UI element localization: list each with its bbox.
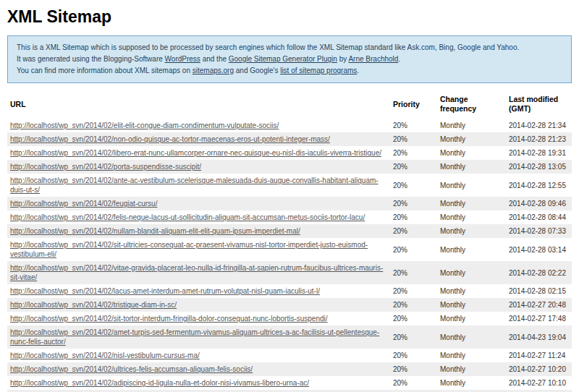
list-of-sitemap-programs-link[interactable]: list of sitemap programs: [280, 67, 357, 74]
priority-value: 20%: [390, 210, 437, 224]
info-line-3: You can find more information about XML …: [17, 65, 562, 77]
priority-value: 20%: [390, 325, 437, 349]
priority-value: 20%: [390, 376, 437, 390]
sitemap-url-link[interactable]: http://localhost/wp_svn/2014/02/nullam-b…: [10, 227, 300, 235]
column-header-change-frequency: Change frequency: [437, 89, 506, 119]
change-frequency-value: Monthly: [437, 197, 506, 210]
priority-value: 20%: [390, 349, 437, 362]
sitemap-url-link[interactable]: http://localhost/wp_svn/2014/02/feugiat-…: [10, 200, 157, 208]
last-modified-value: 2014-02-28 12:55: [506, 174, 572, 197]
table-row: http://localhost/wp_svn/2014/02/lacus-am…: [7, 284, 572, 298]
last-modified-value: 2014-02-28 13:05: [506, 160, 572, 174]
change-frequency-value: Monthly: [437, 261, 506, 284]
change-frequency-value: Monthly: [437, 349, 506, 362]
info-line-3-text: and Google's: [234, 67, 280, 74]
last-modified-value: 2014-02-28 19:31: [506, 146, 572, 160]
table-row: http://localhost/wp_svn/2014/02/felis-ne…: [7, 210, 572, 224]
change-frequency-value: Monthly: [437, 160, 506, 174]
column-header-last-modified: Last modified (GMT): [506, 89, 572, 119]
priority-value: 20%: [390, 362, 437, 376]
table-row: http://localhost/wp_svn/2014/02/ante-ac-…: [7, 174, 572, 197]
table-row: http://localhost/wp_svn/2014/02/elit-eli…: [7, 119, 572, 132]
change-frequency-value: Monthly: [437, 174, 506, 197]
arne-brachhold-link[interactable]: Arne Brachhold: [348, 55, 398, 63]
table-row: http://localhost/wp_svn/2014/02/sit-ultr…: [7, 238, 572, 261]
sitemap-page: XML Sitemap This is a XML Sitemap which …: [0, 0, 579, 392]
change-frequency-value: Monthly: [437, 298, 506, 312]
table-row: http://localhost/wp_svn/2014/02/vitae-gr…: [7, 261, 572, 284]
sitemap-url-link[interactable]: http://localhost/wp_svn/2014/02/porta-su…: [10, 163, 201, 171]
last-modified-value: 2014-02-27 17:48: [506, 312, 572, 325]
info-line-2-text: and the: [200, 55, 229, 63]
priority-value: 20%: [390, 224, 437, 238]
change-frequency-value: Monthly: [437, 238, 506, 261]
google-sitemap-generator-plugin-link[interactable]: Google Sitemap Generator Plugin: [229, 55, 337, 63]
priority-value: 20%: [390, 160, 437, 174]
last-modified-value: 2014-02-27 10:20: [506, 362, 572, 376]
last-modified-value: 2014-02-28 07:33: [506, 224, 572, 238]
sitemap-url-link[interactable]: http://localhost/wp_svn/2014/02/ultrices…: [10, 365, 253, 373]
info-line-1: This is a XML Sitemap which is supposed …: [17, 42, 562, 54]
sitemap-info-box: This is a XML Sitemap which is supposed …: [7, 35, 572, 83]
sitemap-url-link[interactable]: http://localhost/wp_svn/2014/02/ante-ac-…: [10, 176, 379, 194]
last-modified-value: 2014-02-28 09:46: [506, 197, 572, 210]
change-frequency-value: Monthly: [437, 146, 506, 160]
last-modified-value: 2014-02-28 08:44: [506, 210, 572, 224]
table-row: http://localhost/wp_svn/2014/02/libero-e…: [7, 146, 572, 160]
priority-value: 20%: [390, 284, 437, 298]
change-frequency-value: Monthly: [437, 312, 506, 325]
sitemap-url-link[interactable]: http://localhost/wp_svn/2014/02/amet-tur…: [10, 328, 379, 346]
last-modified-value: 2014-02-28 02:22: [506, 261, 572, 284]
sitemap-url-link[interactable]: http://localhost/wp_svn/2014/02/tristiqu…: [10, 301, 177, 309]
table-row: http://localhost/wp_svn/2014/02/amet-tur…: [7, 325, 572, 349]
last-modified-value: 2014-02-27 11:24: [506, 349, 572, 362]
table-row: http://localhost/wp_svn/2014/02/porta-su…: [7, 160, 572, 174]
sitemap-url-link[interactable]: http://localhost/wp_svn/2014/02/sit-tort…: [10, 315, 328, 323]
last-modified-value: 2014-02-28 21:34: [506, 119, 572, 132]
sitemap-url-link[interactable]: http://localhost/wp_svn/2014/02/felis-ne…: [10, 213, 365, 221]
page-title: XML Sitemap: [7, 7, 572, 27]
last-modified-value: 2014-02-28 02:15: [506, 284, 572, 298]
info-line-2-text: It was generated using the Blogging-Soft…: [17, 55, 165, 63]
priority-value: 20%: [390, 312, 437, 325]
sitemap-url-link[interactable]: http://localhost/wp_svn/2014/02/libero-e…: [10, 149, 381, 157]
table-row: http://localhost/wp_svn/2014/02/sit-tort…: [7, 312, 572, 325]
sitemap-url-link[interactable]: http://localhost/wp_svn/2014/02/nisl-ves…: [10, 351, 200, 359]
change-frequency-value: Monthly: [437, 362, 506, 376]
change-frequency-value: Monthly: [437, 132, 506, 146]
info-line-2-text: by: [337, 55, 349, 63]
sitemap-url-link[interactable]: http://localhost/wp_svn/2014/02/vitae-gr…: [10, 264, 383, 281]
sitemap-url-link[interactable]: http://localhost/wp_svn/2014/02/lacus-am…: [10, 287, 320, 295]
column-header-url: URL: [7, 89, 390, 119]
change-frequency-value: Monthly: [437, 376, 506, 390]
change-frequency-value: Monthly: [437, 325, 506, 349]
info-line-3-text: You can find more information about XML …: [17, 67, 193, 74]
table-row: http://localhost/wp_svn/2014/02/non-odio…: [7, 132, 572, 146]
priority-value: 20%: [390, 132, 437, 146]
sitemap-url-link[interactable]: http://localhost/wp_svn/2014/02/non-odio…: [10, 135, 330, 143]
sitemap-url-link[interactable]: http://localhost/wp_svn/2014/02/elit-eli…: [10, 122, 279, 129]
priority-value: 20%: [390, 146, 437, 160]
priority-value: 20%: [390, 261, 437, 284]
priority-value: 20%: [390, 174, 437, 197]
table-row: http://localhost/wp_svn/2014/02/ultrices…: [7, 362, 572, 376]
table-row: http://localhost/wp_svn/2014/02/tristiqu…: [7, 298, 572, 312]
last-modified-value: 2014-04-23 19:04: [506, 325, 572, 349]
sitemap-url-link[interactable]: http://localhost/wp_svn/2014/02/sit-ultr…: [10, 241, 368, 258]
wordpress-link[interactable]: WordPress: [165, 55, 200, 63]
info-line-2: It was generated using the Blogging-Soft…: [17, 54, 562, 65]
table-row: http://localhost/wp_svn/2014/02/feugiat-…: [7, 197, 572, 210]
sitemap-table: URL Priority Change frequency Last modif…: [7, 89, 572, 392]
info-line-2-text: .: [398, 55, 400, 63]
sitemaps-org-link[interactable]: sitemaps.org: [193, 67, 234, 74]
priority-value: 20%: [390, 298, 437, 312]
last-modified-value: 2014-02-28 03:14: [506, 238, 572, 261]
last-modified-value: 2014-02-27 20:48: [506, 298, 572, 312]
info-line-1-text: This is a XML Sitemap which is supposed …: [17, 43, 519, 51]
change-frequency-value: Monthly: [437, 284, 506, 298]
sitemap-url-link[interactable]: http://localhost/wp_svn/2014/02/adipisci…: [10, 379, 309, 387]
priority-value: 20%: [390, 238, 437, 261]
table-row: http://localhost/wp_svn/2014/02/nisl-ves…: [7, 349, 572, 362]
last-modified-value: 2014-02-27 10:10: [506, 376, 572, 390]
priority-value: 20%: [390, 197, 437, 210]
